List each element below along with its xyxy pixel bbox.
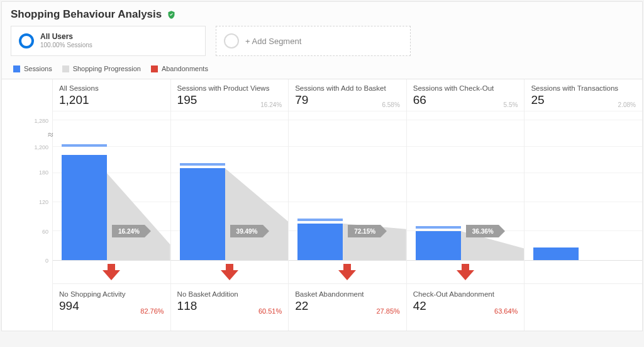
legend-swatch-progression — [62, 65, 69, 72]
legend-swatch-abandonments — [151, 65, 158, 72]
stage-checkout[interactable]: Sessions with Check-Out 66 5.5% 36.36% — [406, 79, 525, 331]
sessions-bar — [416, 231, 461, 260]
verified-shield-icon — [167, 10, 176, 20]
legend-label-sessions: Sessions — [24, 65, 52, 72]
axis-tick: 0 — [45, 258, 48, 264]
abandonment-arrow-row — [171, 261, 289, 283]
stage-label: All Sessions — [59, 84, 164, 92]
abandonment-arrow-row — [289, 261, 406, 283]
stage-add-to-basket[interactable]: Sessions with Add to Basket 79 6.58% 72.… — [288, 79, 406, 331]
legend: Sessions Shopping Progression Abandonmen… — [2, 62, 642, 79]
axis-tick: 1,200 — [34, 144, 48, 151]
abandonment-arrow-icon — [219, 264, 240, 280]
progression-arrow: 72.15% — [348, 225, 380, 237]
stage-pct-of-total: 5.5% — [504, 101, 518, 108]
page-title: Shopping Behaviour Analysis — [11, 8, 162, 21]
bar-cap — [62, 144, 107, 147]
stage-value: 66 — [413, 93, 518, 107]
axis-tick: 120 — [39, 199, 48, 205]
axis-tick: 1,280 — [34, 118, 48, 124]
abandonment-pct: 63.64% — [494, 307, 518, 315]
stage-label: Sessions with Add to Basket — [295, 84, 400, 92]
progression-pct: 16.24% — [118, 228, 140, 235]
funnel-chart: 1,280 1,200 180 120 60 0 All Sessions 1,… — [2, 79, 642, 331]
axis-tick: 180 — [39, 169, 48, 176]
abandonment-arrow-icon — [101, 264, 121, 280]
abandonment-arrow-row — [525, 261, 642, 283]
progression-pct: 72.15% — [354, 228, 375, 235]
sessions-bar — [297, 224, 343, 260]
stage-all-sessions[interactable]: All Sessions 1,201 ≈ 16.24% — [52, 79, 170, 331]
stage-transactions[interactable]: Sessions with Transactions 25 2.08% — [524, 79, 642, 331]
progression-arrow: 16.24% — [112, 225, 145, 237]
stage-plot: 72.15% — [289, 111, 406, 261]
legend-label-abandonments: Abandonments — [162, 65, 208, 72]
stage-label: Sessions with Transactions — [531, 84, 636, 92]
sessions-bar — [180, 168, 225, 260]
report-panel: Shopping Behaviour Analysis All Users 10… — [1, 1, 643, 331]
stage-footer: Check-Out Abandonment 42 63.64% — [407, 283, 525, 321]
stage-label: Sessions with Product Views — [177, 84, 282, 92]
stage-footer: No Basket Addition 118 60.51% — [171, 283, 289, 321]
segments-row: All Users 100.00% Sessions + Add Segment — [2, 26, 642, 62]
stage-footer: Basket Abandonment 22 27.85% — [289, 283, 406, 321]
abandonment-pct: 60.51% — [258, 307, 282, 315]
progression-arrow: 36.36% — [466, 225, 499, 237]
stage-header: Sessions with Product Views 195 16.24% — [171, 79, 289, 111]
stage-label: Sessions with Check-Out — [413, 84, 518, 92]
stage-pct-of-total: 2.08% — [618, 101, 636, 108]
abandonment-label: No Basket Addition — [177, 290, 282, 298]
stage-footer: No Shopping Activity 994 82.76% — [53, 283, 170, 321]
legend-swatch-sessions — [13, 65, 20, 72]
bar-cap — [297, 219, 343, 221]
stage-value: 1,201 — [59, 93, 164, 107]
segment-text: All Users 100.00% Sessions — [40, 33, 92, 48]
add-segment-button[interactable]: + Add Segment — [216, 26, 411, 56]
stage-plot — [525, 111, 642, 261]
stage-header: All Sessions 1,201 — [53, 79, 170, 111]
stage-header: Sessions with Check-Out 66 5.5% — [407, 79, 525, 111]
add-segment-circle-icon — [224, 33, 239, 48]
abandonment-arrow-row — [407, 261, 525, 283]
sessions-bar — [62, 155, 107, 260]
y-axis: 1,280 1,200 180 120 60 0 — [2, 79, 52, 331]
abandonment-pct: 27.85% — [376, 307, 399, 315]
add-segment-label: + Add Segment — [245, 37, 301, 46]
abandonment-label: Basket Abandonment — [295, 290, 400, 298]
abandonment-arrow-row — [53, 261, 170, 283]
report-header: Shopping Behaviour Analysis — [2, 2, 642, 26]
stage-pct-of-total: 16.24% — [260, 101, 282, 108]
legend-label-progression: Shopping Progression — [73, 65, 141, 72]
progression-pct: 36.36% — [472, 228, 494, 235]
stage-plot: 39.49% — [171, 111, 289, 261]
segment-title: All Users — [40, 33, 92, 42]
stage-plot: 36.36% — [407, 111, 525, 261]
segment-ring-icon — [19, 33, 34, 48]
stage-header: Sessions with Add to Basket 79 6.58% — [289, 79, 406, 111]
bar-cap — [416, 226, 461, 229]
abandonment-pct: 82.76% — [140, 307, 164, 315]
progression-ramp — [107, 173, 170, 260]
segment-all-users[interactable]: All Users 100.00% Sessions — [11, 26, 206, 56]
abandonment-label: Check-Out Abandonment — [413, 290, 518, 298]
bar-cap — [180, 163, 225, 166]
sessions-bar — [533, 247, 579, 260]
abandonment-label: No Shopping Activity — [59, 290, 164, 298]
progression-ramp — [225, 168, 289, 260]
stage-plot: ≈ 16.24% — [53, 111, 170, 261]
stage-header: Sessions with Transactions 25 2.08% — [525, 79, 642, 111]
stage-footer — [525, 283, 642, 321]
abandonment-arrow-icon — [337, 264, 357, 280]
progression-pct: 39.49% — [236, 228, 258, 235]
stage-pct-of-total: 6.58% — [382, 101, 399, 108]
abandonment-arrow-icon — [455, 264, 475, 280]
axis-tick: 60 — [42, 229, 48, 235]
stage-product-views[interactable]: Sessions with Product Views 195 16.24% 3… — [170, 79, 289, 331]
progression-arrow: 39.49% — [230, 225, 263, 237]
segment-subtitle: 100.00% Sessions — [40, 42, 92, 49]
axis-break-icon: ≈ — [48, 129, 53, 140]
